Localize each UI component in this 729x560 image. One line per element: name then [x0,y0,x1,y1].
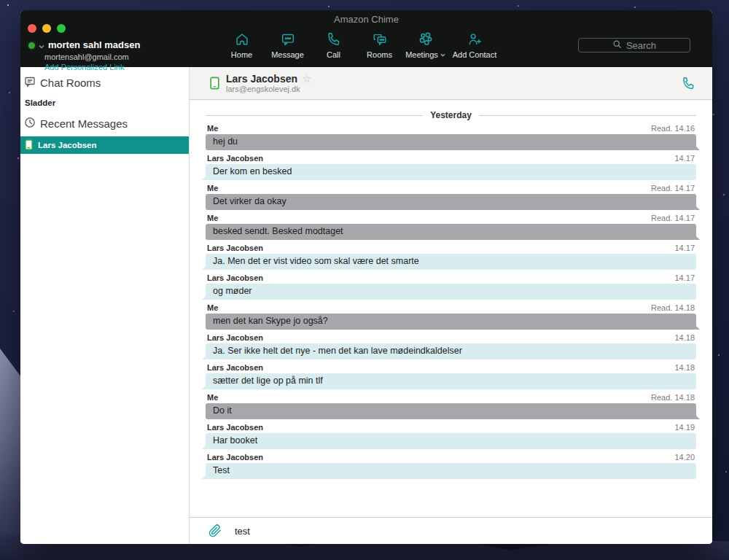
attachment-paperclip-icon[interactable] [208,524,222,537]
contact-name: Lars Jacobsen [226,73,297,85]
nav-home-label: Home [231,50,252,59]
message-meta: Lars Jacobsen 14.18 [206,363,696,372]
message-bubble: Har booket [206,433,696,449]
message-bubble: Ja. Men det er vist video som skal være … [206,254,696,270]
nav-add-contact-label: Add Contact [453,50,497,59]
meetings-icon [418,31,434,47]
nav-meetings[interactable]: Meetings [402,31,448,59]
message-time: 14.18 [674,363,695,372]
message-row: Lars Jacobsen 14.20 Test [206,453,696,479]
add-personalized-link[interactable]: Add Personalized Link [44,63,140,73]
message-row: Lars Jacobsen 14.19 Har booket [206,423,696,449]
message-row: Lars Jacobsen 14.17 Ja. Men det er vist … [206,244,696,270]
favorite-star-icon[interactable]: ☆ [302,73,311,84]
message-input[interactable]: test [235,526,712,537]
message-time: 14.17 [674,273,695,282]
message-time: Read. 14.16 [651,124,695,133]
message-bubble: hej du [206,134,696,150]
home-icon [234,31,250,47]
account-name: morten sahl madsen [48,39,140,51]
message-sender: Me [207,303,218,312]
sidebar-contact-label: Lars Jacobsen [38,141,97,149]
message-bubble: Test [206,463,696,479]
clock-icon [24,117,36,131]
conversation-pane: Lars Jacobsen ☆ lars@engskolevej.dk Yest… [190,67,712,544]
message-row: Me Read. 14.18 Do it [206,393,696,419]
zoom-button[interactable] [57,24,66,33]
call-icon [326,31,342,47]
sidebar-item-sladder[interactable]: Sladder [20,93,189,112]
nav-meetings-label: Meetings [405,50,445,59]
contact-email: lars@engskolevej.dk [226,85,312,94]
message-sender: Lars Jacobsen [207,244,263,252]
message-time: Read. 14.18 [651,393,695,402]
message-meta: Me Read. 14.16 [206,124,696,133]
message-row: Me Read. 14.17 besked sendt. Besked modt… [206,214,696,240]
nav-call-label: Call [327,50,340,59]
traffic-lights [28,24,66,33]
message-bubble: sætter det lige op på min tlf [206,373,696,389]
message-sender: Lars Jacobsen [207,363,263,372]
message-sender: Lars Jacobsen [207,154,263,163]
message-list: Yesterday Me Read. 14.16 hej du Lars Jac… [190,100,712,517]
message-meta: Lars Jacobsen 14.19 [206,423,696,432]
search-placeholder: Search [626,40,656,51]
chat-rooms-header: Chat Rooms [20,71,189,93]
message-time: 14.20 [674,453,695,462]
nav-add-contact[interactable]: Add Contact [448,31,501,59]
message-meta: Lars Jacobsen 14.20 [206,453,696,462]
chevron-down-icon [39,38,44,52]
nav-call[interactable]: Call [311,31,356,59]
call-contact-button[interactable] [681,76,696,94]
nav-rooms[interactable]: Rooms [356,31,402,59]
message-meta: Lars Jacobsen 14.18 [206,333,696,342]
chat-rooms-header-label: Chat Rooms [40,77,101,89]
message-meta: Lars Jacobsen 14.17 [206,154,696,163]
nav-rooms-label: Rooms [367,50,392,59]
message-row: Lars Jacobsen 14.18 Ja. Ser ikke helt de… [206,333,696,359]
nav-message[interactable]: Message [265,31,311,59]
message-sender: Me [207,214,218,222]
minimize-button[interactable] [42,24,51,33]
message-meta: Me Read. 14.18 [206,393,696,402]
message-row: Me Read. 14.16 hej du [206,124,696,150]
message-bubble: Det virker da okay [206,194,696,210]
amazon-chime-window: Amazon Chime morten sahl madsen mortensa… [20,10,712,544]
message-time: 14.17 [674,154,695,163]
message-meta: Me Read. 14.17 [206,184,696,192]
message-time: 14.18 [674,333,695,342]
message-sender: Lars Jacobsen [207,453,263,462]
mobile-presence-icon [25,139,33,152]
message-icon [280,31,296,47]
recent-messages-header-label: Recent Messages [40,117,128,130]
sidebar: Chat Rooms Sladder Recent Messages Lars … [20,67,190,544]
message-meta: Me Read. 14.17 [206,214,696,222]
account-block: morten sahl madsen mortensahl@gmail.com … [28,38,140,73]
composer: test [190,517,712,544]
sidebar-item-lars-jacobsen[interactable]: Lars Jacobsen [20,136,189,154]
message-sender: Me [207,393,218,402]
account-email: mortensahl@gmail.com [44,52,140,63]
message-time: Read. 14.17 [651,214,695,222]
account-menu-trigger[interactable]: morten sahl madsen [28,38,140,52]
divider-line [479,115,696,116]
message-time: Read. 14.18 [651,303,695,312]
message-row: Lars Jacobsen 14.17 Der kom en besked [206,154,696,180]
nav-home[interactable]: Home [219,31,265,59]
message-meta: Lars Jacobsen 14.17 [206,244,696,252]
message-time: 14.19 [674,423,695,432]
message-meta: Lars Jacobsen 14.17 [206,273,696,282]
message-row: Lars Jacobsen 14.17 og møder [206,273,696,300]
app-body: Chat Rooms Sladder Recent Messages Lars … [20,67,712,544]
message-row: Me Read. 14.17 Det virker da okay [206,184,696,210]
presence-dot-icon [28,42,35,49]
message-sender: Lars Jacobsen [207,273,263,282]
message-time: 14.17 [674,244,695,252]
message-bubble: besked sendt. Besked modtaget [206,224,696,240]
nav-message-label: Message [271,50,304,59]
search-input[interactable]: Search [578,38,690,52]
message-time: Read. 14.17 [651,184,695,192]
contact-mobile-icon [210,77,219,90]
chat-rooms-icon [24,76,36,90]
close-button[interactable] [28,24,36,33]
